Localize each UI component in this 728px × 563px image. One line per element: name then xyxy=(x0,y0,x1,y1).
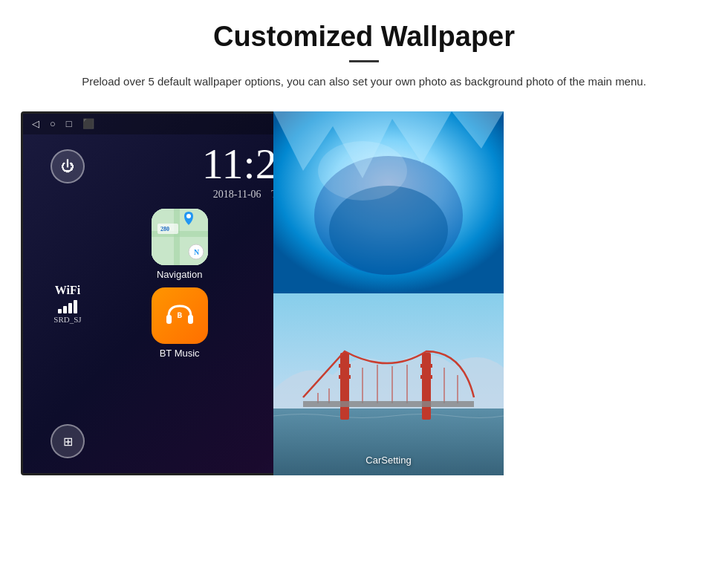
svg-point-32 xyxy=(329,186,448,275)
svg-text:N: N xyxy=(194,248,200,256)
power-icon: ⏻ xyxy=(61,159,74,175)
bridge-scene-wallpaper: CarSetting xyxy=(273,293,504,475)
wifi-bar-4 xyxy=(74,300,77,313)
bt-music-label: BT Music xyxy=(160,348,200,359)
navigation-label: Navigation xyxy=(157,269,202,280)
screenshot-icon[interactable]: ⬛ xyxy=(82,118,94,130)
wallpaper-panels: CarSetting xyxy=(273,111,504,475)
svg-rect-42 xyxy=(420,375,432,379)
bt-music-icon: ʙ xyxy=(152,287,208,344)
svg-rect-2 xyxy=(174,209,180,265)
wifi-network-name: SRD_SJ xyxy=(53,315,81,324)
wifi-bars xyxy=(53,300,81,313)
power-button[interactable]: ⏻ xyxy=(51,149,85,183)
wifi-bar-1 xyxy=(58,309,62,313)
device-wallpaper-container: ◁ ○ □ ⬛ 📍 ▾ 11:22 ⏻ xyxy=(21,111,504,475)
wifi-bar-2 xyxy=(63,306,67,313)
svg-rect-39 xyxy=(339,364,351,368)
svg-rect-40 xyxy=(339,375,351,379)
home-nav-icon[interactable]: ○ xyxy=(50,118,56,130)
recent-nav-icon[interactable]: □ xyxy=(66,118,72,130)
svg-rect-38 xyxy=(422,353,431,420)
carsetting-area: CarSetting xyxy=(365,453,411,466)
svg-text:ʙ: ʙ xyxy=(177,310,182,320)
wallpaper-panel-top[interactable] xyxy=(273,111,504,293)
svg-text:280: 280 xyxy=(160,226,169,232)
app-item-bt-music[interactable]: ʙ BT Music xyxy=(120,287,239,359)
navigation-icon: 280 N xyxy=(152,209,208,265)
svg-rect-13 xyxy=(188,315,193,324)
svg-rect-12 xyxy=(166,315,172,324)
clock-date-value: 2018-11-06 xyxy=(213,189,261,200)
page-title: Customized Wallpaper xyxy=(45,21,683,53)
status-bar-left: ◁ ○ □ ⬛ xyxy=(32,118,94,130)
ice-cave-wallpaper xyxy=(273,111,504,293)
wallpaper-panel-bottom[interactable]: CarSetting xyxy=(273,293,504,475)
title-divider xyxy=(349,60,379,62)
svg-point-5 xyxy=(186,214,191,218)
svg-rect-51 xyxy=(303,401,474,407)
svg-rect-41 xyxy=(420,364,432,368)
page-header: Customized Wallpaper Preload over 5 defa… xyxy=(0,0,728,104)
main-area: ◁ ○ □ ⬛ 📍 ▾ 11:22 ⏻ xyxy=(0,104,728,483)
svg-rect-37 xyxy=(340,353,349,420)
left-sidebar: ⏻ WiFi SRD_SJ ⊞ xyxy=(23,134,112,473)
wifi-label: WiFi xyxy=(53,284,81,297)
wifi-bar-3 xyxy=(68,303,72,313)
carsetting-label: CarSetting xyxy=(365,455,411,466)
apps-grid-button[interactable]: ⊞ xyxy=(51,424,85,458)
back-nav-icon[interactable]: ◁ xyxy=(32,118,39,130)
apps-grid-icon: ⊞ xyxy=(63,435,73,449)
wifi-info: WiFi SRD_SJ xyxy=(53,284,81,324)
page-subtitle: Preload over 5 default wallpaper options… xyxy=(45,73,683,91)
svg-point-34 xyxy=(318,141,407,201)
app-item-navigation[interactable]: 280 N Navi xyxy=(120,209,239,280)
map-background: 280 N xyxy=(152,209,208,265)
